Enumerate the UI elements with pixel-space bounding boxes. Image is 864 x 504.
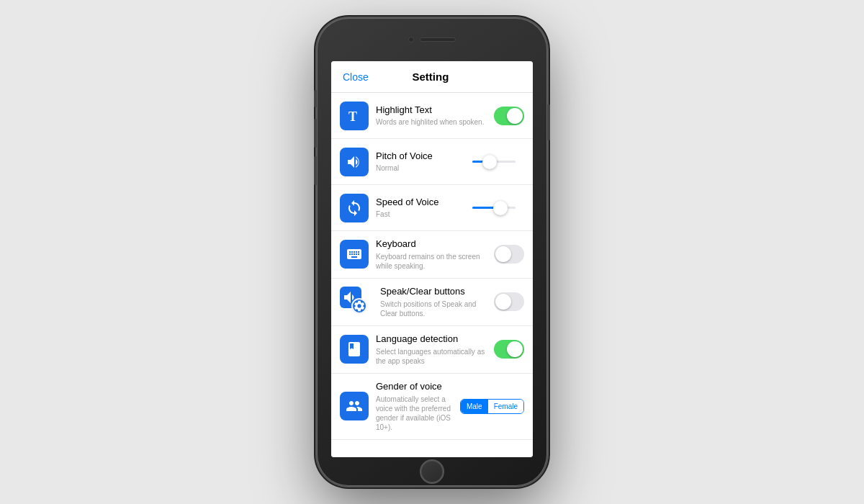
highlight-text-label: Highlight Text xyxy=(376,104,488,117)
camera xyxy=(408,37,414,42)
speed-voice-control[interactable] xyxy=(472,207,524,209)
highlight-text-info: Highlight Text Words are highlited when … xyxy=(376,104,488,127)
highlight-text-toggle[interactable] xyxy=(494,107,524,125)
phone-bottom xyxy=(420,457,444,486)
keyboard-icon xyxy=(340,240,369,269)
language-detection-label: Language detection xyxy=(376,333,488,346)
language-detection-sublabel: Select languages automatically as the ap… xyxy=(376,347,488,366)
speak-clear-toggle[interactable] xyxy=(494,292,524,311)
navigation-bar: Close Setting xyxy=(331,61,533,93)
gender-icon xyxy=(340,392,369,420)
slider-thumb-speed[interactable] xyxy=(493,201,508,215)
keyboard-sublabel: Keyboard remains on the screen while spe… xyxy=(376,252,488,271)
sync-icon xyxy=(340,194,369,222)
speak-clear-label: Speak/Clear buttons xyxy=(380,286,488,298)
speak-clear-control[interactable] xyxy=(494,292,524,311)
keyboard-control[interactable] xyxy=(494,245,524,264)
speaker-icon xyxy=(340,148,369,176)
phone-top xyxy=(317,18,547,61)
highlight-text-control[interactable] xyxy=(494,107,524,125)
language-detection-control[interactable] xyxy=(494,340,524,359)
keyboard-row: Keyboard Keyboard remains on the screen … xyxy=(331,231,533,279)
speed-voice-row: Speed of Voice Fast xyxy=(331,185,533,231)
keyboard-toggle[interactable] xyxy=(494,245,524,264)
text-icon: T xyxy=(340,102,369,130)
speak-clear-info: Speak/Clear buttons Switch positions of … xyxy=(380,286,488,318)
slider-thumb[interactable] xyxy=(482,155,497,169)
language-detection-info: Language detection Select languages auto… xyxy=(376,333,488,366)
slider-track-speed xyxy=(472,207,516,209)
gender-voice-label: Gender of voice xyxy=(376,381,454,393)
toggle-knob xyxy=(495,294,511,310)
speed-voice-sublabel: Fast xyxy=(376,210,467,219)
pitch-slider[interactable] xyxy=(472,161,524,163)
pitch-voice-sublabel: Normal xyxy=(376,163,467,173)
phone-screen: Close Setting T Highlight Text Words are… xyxy=(331,61,533,457)
female-button[interactable]: Female xyxy=(488,400,523,413)
highlight-text-sublabel: Words are highlited when spoken. xyxy=(376,117,488,127)
language-icon: A文 xyxy=(340,335,369,364)
gender-buttons: Male Female xyxy=(460,399,524,414)
toggle-knob xyxy=(507,108,523,124)
highlight-text-row: T Highlight Text Words are highlited whe… xyxy=(331,93,533,139)
speak-clear-icon xyxy=(340,287,373,317)
speed-voice-info: Speed of Voice Fast xyxy=(376,197,467,220)
speak-clear-sublabel: Switch positions of Speak and Clear butt… xyxy=(380,300,488,318)
speed-slider[interactable] xyxy=(472,207,524,209)
gender-voice-control[interactable]: Male Female xyxy=(460,399,524,414)
keyboard-info: Keyboard Keyboard remains on the screen … xyxy=(376,238,488,271)
volume-down-button xyxy=(314,156,317,185)
keyboard-label: Keyboard xyxy=(376,238,488,251)
speed-voice-label: Speed of Voice xyxy=(376,197,467,209)
pitch-voice-label: Pitch of Voice xyxy=(376,150,467,163)
pitch-voice-info: Pitch of Voice Normal xyxy=(376,150,467,174)
svg-text:A文: A文 xyxy=(352,350,359,355)
slider-track xyxy=(472,161,516,163)
home-button[interactable] xyxy=(420,459,444,484)
svg-text:T: T xyxy=(348,109,357,124)
mute-button xyxy=(314,90,317,107)
gender-voice-row: Gender of voice Automatically select a v… xyxy=(331,374,533,440)
speak-clear-row: Speak/Clear buttons Switch positions of … xyxy=(331,279,533,326)
settings-list: T Highlight Text Words are highlited whe… xyxy=(331,93,533,457)
toggle-knob xyxy=(507,341,523,357)
male-button[interactable]: Male xyxy=(461,400,488,413)
phone-shell: Close Setting T Highlight Text Words are… xyxy=(317,18,547,486)
page-title: Setting xyxy=(412,71,449,83)
gender-voice-info: Gender of voice Automatically select a v… xyxy=(376,381,454,432)
pitch-voice-row: Pitch of Voice Normal xyxy=(331,139,533,185)
gender-voice-sublabel: Automatically select a voice with the pr… xyxy=(376,395,454,432)
pitch-voice-control[interactable] xyxy=(472,161,524,163)
language-detection-row: A文 Language detection Select languages a… xyxy=(331,326,533,374)
language-detection-toggle[interactable] xyxy=(494,340,524,359)
toggle-knob xyxy=(495,246,511,262)
power-button xyxy=(547,104,550,140)
speaker-grille xyxy=(420,37,456,42)
close-button[interactable]: Close xyxy=(343,71,369,83)
volume-up-button xyxy=(314,119,317,148)
